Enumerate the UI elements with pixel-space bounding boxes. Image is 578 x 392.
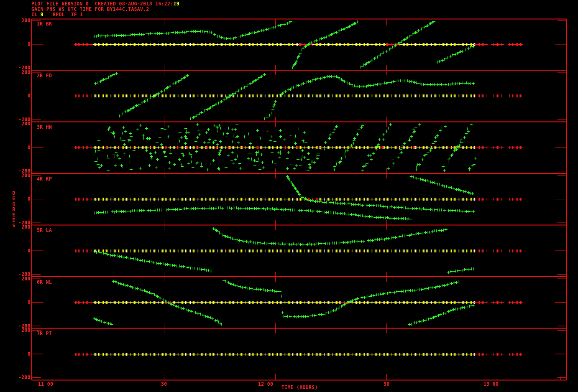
x-tick-label: 12 00 xyxy=(258,382,273,387)
pol-if-label: RPOL IF 1 xyxy=(47,12,83,18)
y-tick-label: 0 xyxy=(3,351,31,356)
y-tick-label: 200 xyxy=(3,70,31,75)
header-line-1: PLOT FILE VERSION 0 CREATED 08-AUG-2018 … xyxy=(31,1,180,6)
x-axis-title: TIME (HOURS) xyxy=(281,385,318,390)
y-tick-label: -200 xyxy=(3,375,31,380)
x-tick-label: 13 00 xyxy=(483,382,499,387)
x-tick-label: 11 00 xyxy=(38,382,53,387)
y-tick-label: 0 xyxy=(3,248,31,253)
panel-label: 6R NL xyxy=(37,280,52,285)
y-tick-label: 200 xyxy=(3,18,31,23)
x-tick-label: 30 xyxy=(384,382,389,387)
x-tick-label: 30 xyxy=(161,382,167,387)
header-line-3: CL 39 RPOL IF 1 xyxy=(31,12,83,17)
cl-table-label: CL xyxy=(31,12,41,18)
header-line-1-text: PLOT FILE VERSION 0 CREATED 08-AUG-2018 … xyxy=(31,1,174,7)
panel-label: 4R KP xyxy=(37,176,52,181)
y-tick-label: 200 xyxy=(3,173,31,178)
y-tick-label: 200 xyxy=(3,121,31,126)
panel-label: 3R HN xyxy=(37,125,52,130)
header-line-3-overstrike: 39 xyxy=(41,12,47,17)
plot-title: GAIN PHS VS UTC TIME FOR BY144C.TASAV.2 xyxy=(31,6,149,12)
panel-label: 7R PT xyxy=(37,331,52,336)
plot-canvas xyxy=(0,0,578,392)
y-tick-label: 0 xyxy=(3,145,31,150)
header-line-2: GAIN PHS VS UTC TIME FOR BY144C.TASAV.2 xyxy=(31,7,149,12)
y-tick-label: 0 xyxy=(3,196,31,201)
aips-tv-screen: PLOT FILE VERSION 0 CREATED 08-AUG-2018 … xyxy=(0,0,578,392)
y-tick-label: 200 xyxy=(3,224,31,229)
y-tick-label: 0 xyxy=(3,42,31,47)
y-tick-label: 0 xyxy=(3,300,31,305)
panel-label: 1R BR xyxy=(37,21,52,26)
panel-label: 2R FD xyxy=(37,73,52,78)
header-line-1-overstrike: 2319 3 xyxy=(174,1,180,6)
y-tick-label: 0 xyxy=(3,93,31,98)
y-tick-label: 200 xyxy=(3,328,31,333)
y-tick-label: 200 xyxy=(3,276,31,281)
panel-label: 5R LA xyxy=(37,228,52,233)
